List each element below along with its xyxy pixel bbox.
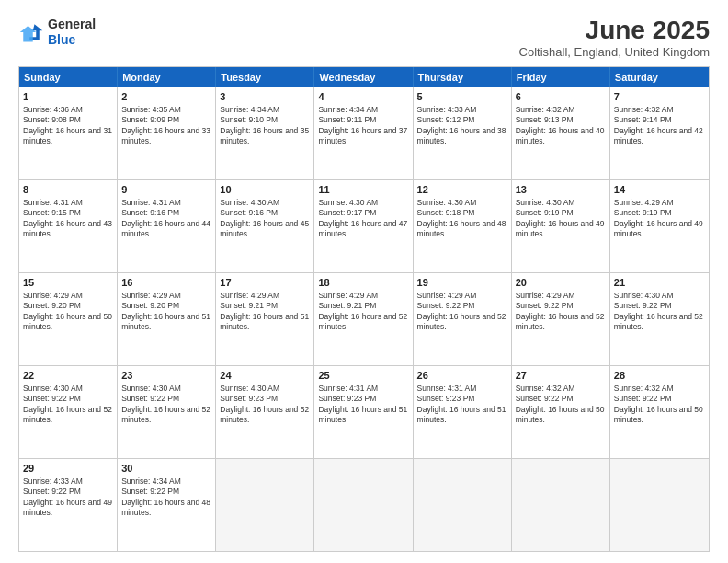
cell-jun23: 23 Sunrise: 4:30 AMSunset: 9:22 PMDaylig… (118, 366, 216, 458)
header-friday: Friday (512, 67, 610, 87)
cell-jun27: 27 Sunrise: 4:32 AMSunset: 9:22 PMDaylig… (512, 366, 610, 458)
header-thursday: Thursday (414, 67, 512, 87)
cell-jun11: 11 Sunrise: 4:30 AMSunset: 9:17 PMDaylig… (314, 180, 413, 272)
header-monday: Monday (118, 67, 216, 87)
day-number: 17 (220, 276, 310, 290)
day-number: 10 (220, 183, 310, 197)
cell-jun8: 8 Sunrise: 4:31 AMSunset: 9:15 PMDayligh… (19, 180, 118, 272)
cell-jun25: 25 Sunrise: 4:31 AMSunset: 9:23 PMDaylig… (314, 366, 413, 458)
cell-jun29: 29 Sunrise: 4:33 AMSunset: 9:22 PMDaylig… (19, 459, 118, 551)
day-number: 27 (516, 369, 606, 383)
title-block: June 2025 Coltishall, England, United Ki… (519, 17, 710, 59)
calendar-body: 1 Sunrise: 4:36 AMSunset: 9:08 PMDayligh… (19, 87, 709, 551)
header-sunday: Sunday (19, 67, 118, 87)
day-number: 28 (614, 369, 705, 383)
day-number: 30 (121, 462, 211, 476)
cell-jun12: 12 Sunrise: 4:30 AMSunset: 9:18 PMDaylig… (414, 180, 512, 272)
day-number: 15 (23, 276, 113, 290)
day-number: 18 (318, 276, 408, 290)
calendar-row-3: 15 Sunrise: 4:29 AMSunset: 9:20 PMDaylig… (19, 272, 709, 365)
cell-empty-2 (314, 459, 413, 551)
cell-jun18: 18 Sunrise: 4:29 AMSunset: 9:21 PMDaylig… (314, 273, 413, 365)
header: General Blue June 2025 Coltishall, Engla… (18, 17, 710, 59)
day-number: 25 (318, 369, 408, 383)
cell-jun10: 10 Sunrise: 4:30 AMSunset: 9:16 PMDaylig… (216, 180, 314, 272)
day-number: 1 (23, 90, 113, 104)
day-number: 19 (417, 276, 507, 290)
day-number: 22 (23, 369, 113, 383)
logo-blue: Blue (48, 32, 75, 47)
day-number: 23 (121, 369, 211, 383)
day-number: 7 (614, 90, 705, 104)
header-wednesday: Wednesday (314, 67, 413, 87)
cell-jun4: 4 Sunrise: 4:34 AMSunset: 9:11 PMDayligh… (314, 87, 413, 179)
day-number: 20 (516, 276, 606, 290)
calendar-row-4: 22 Sunrise: 4:30 AMSunset: 9:22 PMDaylig… (19, 365, 709, 458)
logo: General Blue (18, 17, 96, 48)
cell-empty-1 (216, 459, 314, 551)
cell-jun16: 16 Sunrise: 4:29 AMSunset: 9:20 PMDaylig… (118, 273, 216, 365)
calendar-row-2: 8 Sunrise: 4:31 AMSunset: 9:15 PMDayligh… (19, 179, 709, 272)
location: Coltishall, England, United Kingdom (519, 45, 710, 59)
logo-text: General Blue (48, 17, 96, 48)
day-number: 26 (417, 369, 507, 383)
day-number: 13 (516, 183, 606, 197)
month-title: June 2025 (519, 17, 710, 45)
calendar-row-5: 29 Sunrise: 4:33 AMSunset: 9:22 PMDaylig… (19, 458, 709, 551)
cell-jun6: 6 Sunrise: 4:32 AMSunset: 9:13 PMDayligh… (512, 87, 610, 179)
cell-jun1: 1 Sunrise: 4:36 AMSunset: 9:08 PMDayligh… (19, 87, 118, 179)
calendar-header-row: Sunday Monday Tuesday Wednesday Thursday… (19, 67, 709, 87)
day-number: 6 (516, 90, 606, 104)
day-number: 11 (318, 183, 408, 197)
cell-jun3: 3 Sunrise: 4:34 AMSunset: 9:10 PMDayligh… (216, 87, 314, 179)
cell-jun13: 13 Sunrise: 4:30 AMSunset: 9:19 PMDaylig… (512, 180, 610, 272)
cell-jun15: 15 Sunrise: 4:29 AMSunset: 9:20 PMDaylig… (19, 273, 118, 365)
calendar-row-1: 1 Sunrise: 4:36 AMSunset: 9:08 PMDayligh… (19, 87, 709, 179)
cell-jun22: 22 Sunrise: 4:30 AMSunset: 9:22 PMDaylig… (19, 366, 118, 458)
header-tuesday: Tuesday (216, 67, 314, 87)
cell-empty-4 (512, 459, 610, 551)
day-number: 5 (417, 90, 507, 104)
cell-empty-5 (610, 459, 709, 551)
cell-jun21: 21 Sunrise: 4:30 AMSunset: 9:22 PMDaylig… (610, 273, 709, 365)
logo-icon (18, 19, 44, 45)
cell-jun24: 24 Sunrise: 4:30 AMSunset: 9:23 PMDaylig… (216, 366, 314, 458)
day-number: 12 (417, 183, 507, 197)
header-saturday: Saturday (610, 67, 709, 87)
day-number: 3 (220, 90, 310, 104)
logo-general: General (48, 17, 96, 31)
day-number: 16 (121, 276, 211, 290)
cell-jun20: 20 Sunrise: 4:29 AMSunset: 9:22 PMDaylig… (512, 273, 610, 365)
day-number: 2 (121, 90, 211, 104)
cell-jun28: 28 Sunrise: 4:32 AMSunset: 9:22 PMDaylig… (610, 366, 709, 458)
day-number: 4 (318, 90, 408, 104)
day-number: 24 (220, 369, 310, 383)
day-number: 9 (121, 183, 211, 197)
cell-jun17: 17 Sunrise: 4:29 AMSunset: 9:21 PMDaylig… (216, 273, 314, 365)
cell-empty-3 (414, 459, 512, 551)
cell-jun9: 9 Sunrise: 4:31 AMSunset: 9:16 PMDayligh… (118, 180, 216, 272)
day-number: 8 (23, 183, 113, 197)
cell-jun14: 14 Sunrise: 4:29 AMSunset: 9:19 PMDaylig… (610, 180, 709, 272)
calendar: Sunday Monday Tuesday Wednesday Thursday… (18, 66, 710, 552)
cell-jun2: 2 Sunrise: 4:35 AMSunset: 9:09 PMDayligh… (118, 87, 216, 179)
page: General Blue June 2025 Coltishall, Engla… (0, 0, 728, 563)
cell-jun7: 7 Sunrise: 4:32 AMSunset: 9:14 PMDayligh… (610, 87, 709, 179)
day-number: 21 (614, 276, 705, 290)
cell-jun19: 19 Sunrise: 4:29 AMSunset: 9:22 PMDaylig… (414, 273, 512, 365)
cell-jun26: 26 Sunrise: 4:31 AMSunset: 9:23 PMDaylig… (414, 366, 512, 458)
day-number: 14 (614, 183, 705, 197)
day-number: 29 (23, 462, 113, 476)
cell-jun5: 5 Sunrise: 4:33 AMSunset: 9:12 PMDayligh… (414, 87, 512, 179)
cell-jun30: 30 Sunrise: 4:34 AMSunset: 9:22 PMDaylig… (118, 459, 216, 551)
